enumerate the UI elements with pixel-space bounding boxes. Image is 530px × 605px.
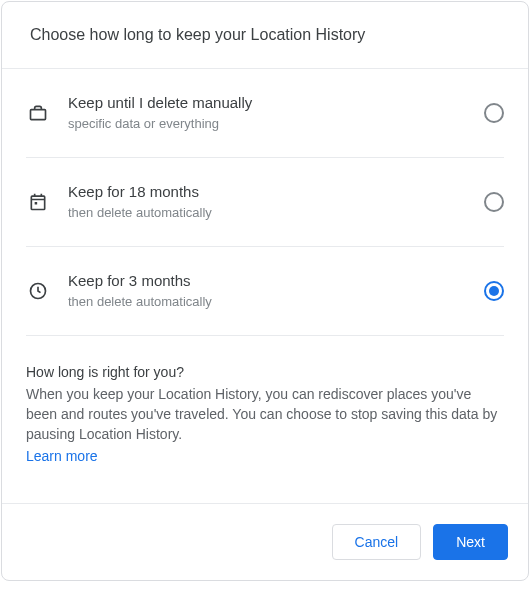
option-keep-18-months[interactable]: Keep for 18 months then delete automatic…: [26, 158, 504, 247]
radio-button[interactable]: [484, 281, 504, 301]
option-title: Keep until I delete manually: [68, 93, 484, 113]
option-subtitle: then delete automatically: [68, 293, 484, 311]
footer: Cancel Next: [2, 503, 528, 580]
header-title: Choose how long to keep your Location Hi…: [30, 26, 504, 44]
option-keep-manual[interactable]: Keep until I delete manually specific da…: [26, 69, 504, 158]
learn-more-link[interactable]: Learn more: [26, 448, 98, 464]
option-title: Keep for 18 months: [68, 182, 484, 202]
briefcase-icon: [26, 101, 50, 125]
option-subtitle: then delete automatically: [68, 204, 484, 222]
option-subtitle: specific data or everything: [68, 115, 484, 133]
option-title: Keep for 3 months: [68, 271, 484, 291]
info-title: How long is right for you?: [26, 364, 504, 380]
info-section: How long is right for you? When you keep…: [2, 336, 528, 489]
settings-card: Choose how long to keep your Location Hi…: [1, 1, 529, 581]
radio-button[interactable]: [484, 192, 504, 212]
clock-icon: [26, 279, 50, 303]
card-header: Choose how long to keep your Location Hi…: [2, 2, 528, 69]
option-keep-3-months[interactable]: Keep for 3 months then delete automatica…: [26, 247, 504, 336]
next-button[interactable]: Next: [433, 524, 508, 560]
option-text: Keep for 18 months then delete automatic…: [50, 182, 484, 222]
cancel-button[interactable]: Cancel: [332, 524, 422, 560]
radio-button[interactable]: [484, 103, 504, 123]
calendar-icon: [26, 190, 50, 214]
info-body: When you keep your Location History, you…: [26, 384, 504, 444]
option-text: Keep for 3 months then delete automatica…: [50, 271, 484, 311]
option-text: Keep until I delete manually specific da…: [50, 93, 484, 133]
svg-rect-0: [31, 110, 46, 120]
options-list: Keep until I delete manually specific da…: [2, 69, 528, 336]
